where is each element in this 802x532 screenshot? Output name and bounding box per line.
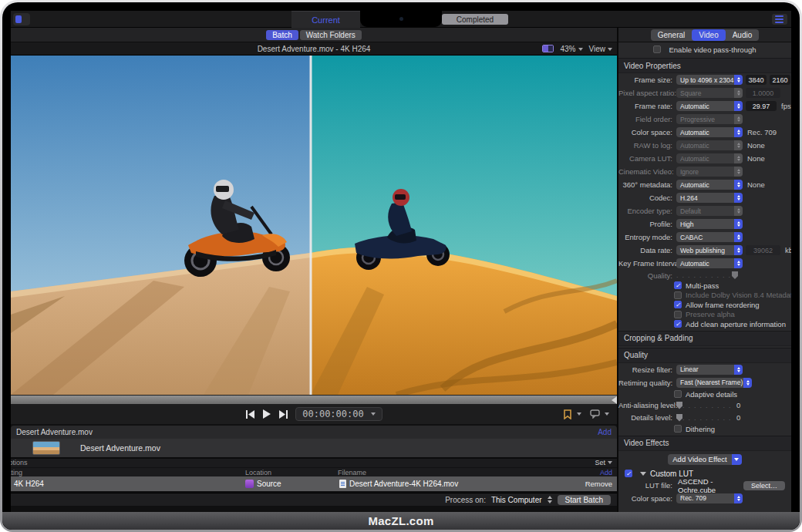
- section-cropping-padding[interactable]: Cropping & Padding: [618, 331, 791, 346]
- stepper-icon: [734, 101, 743, 111]
- section-quality[interactable]: Quality: [618, 348, 791, 363]
- details-level-slider-track[interactable]: .........: [682, 414, 730, 422]
- output-table-header: Setting Location Filename Add: [11, 467, 617, 476]
- preview-viewport[interactable]: [11, 56, 617, 395]
- tab-current[interactable]: Current: [291, 11, 360, 28]
- source-row[interactable]: Desert Adventure.mov: [11, 439, 617, 459]
- metadata-360-label: 360° metadata:: [618, 180, 672, 189]
- zoom-level-dropdown[interactable]: 43%: [560, 45, 582, 53]
- cinematic-label: Cinematic Video:: [618, 167, 672, 176]
- passthrough-checkbox[interactable]: [653, 45, 661, 53]
- metadata-360-select[interactable]: Automatic: [676, 180, 743, 190]
- set-language-button[interactable]: Set: [595, 459, 612, 466]
- multipass-label: Multi-pass: [686, 281, 719, 290]
- data-rate-field: 39062: [746, 245, 780, 255]
- window-toolbar: Current Completed: [11, 11, 791, 28]
- tab-general[interactable]: General: [651, 29, 692, 41]
- retiming-quality-label: Retiming quality:: [618, 379, 672, 387]
- entropy-mode-select[interactable]: CABAC: [676, 232, 743, 242]
- captions-menu[interactable]: [590, 409, 609, 419]
- color-space-select[interactable]: Automatic: [676, 127, 743, 137]
- play-button[interactable]: [262, 409, 271, 419]
- stepper-icon: [734, 114, 743, 124]
- add-output-link[interactable]: Add: [600, 469, 612, 476]
- frame-rate-label: Frame rate:: [618, 102, 672, 110]
- frame-size-label: Frame size:: [618, 76, 672, 84]
- disclosure-triangle-icon[interactable]: [640, 472, 646, 476]
- resize-filter-select[interactable]: Linear: [676, 365, 743, 375]
- location-folder-icon: [245, 480, 254, 488]
- data-rate-select[interactable]: Web publishing: [676, 245, 743, 255]
- anti-aliasing-slider-track[interactable]: .........: [682, 402, 730, 409]
- multipass-checkbox[interactable]: [674, 281, 682, 289]
- chevron-down-icon: [605, 412, 609, 416]
- view-dropdown[interactable]: View: [589, 45, 613, 53]
- entropy-mode-label: Entropy mode:: [618, 233, 672, 241]
- mode-tabstrip: Batch Watch Folders: [11, 28, 617, 42]
- go-to-end-button[interactable]: [278, 410, 288, 419]
- output-row-selected[interactable]: 4K H264 Source Desert Adventure-4K H264.…: [11, 476, 617, 491]
- keyframe-interval-select[interactable]: Automatic: [676, 258, 743, 268]
- passthrough-label: Enable video pass-through: [669, 45, 756, 54]
- pixel-aspect-label: Pixel aspect ratio:: [618, 89, 672, 97]
- codec-select[interactable]: H.264: [676, 193, 743, 203]
- speech-bubble-icon: [590, 409, 600, 419]
- lut-select-button[interactable]: Select…: [743, 481, 785, 490]
- stepper-icon: [734, 180, 743, 190]
- start-batch-button[interactable]: Start Batch: [558, 495, 611, 505]
- keyframe-interval-label: Key Frame Interval:: [618, 259, 672, 268]
- toolbar-stub-icon[interactable]: [13, 13, 30, 25]
- source-thumbnail: [32, 441, 60, 455]
- tab-completed[interactable]: Completed: [442, 14, 508, 25]
- add-video-effect-button[interactable]: Add Video Effect: [668, 454, 741, 465]
- frame-rate-unit: fps: [781, 102, 791, 110]
- clean-aperture-checkbox[interactable]: [674, 320, 682, 328]
- frame-rate-field[interactable]: 29.97: [746, 101, 777, 111]
- split-view-icon[interactable]: [542, 45, 554, 52]
- profile-select[interactable]: High: [676, 219, 743, 229]
- retiming-quality-select[interactable]: Fast (Nearest Frame): [676, 378, 752, 388]
- frame-height-field[interactable]: 2160: [770, 75, 790, 85]
- inspector-tabstrip: General Video Audio: [618, 28, 791, 42]
- details-level-slider-thumb[interactable]: [676, 414, 682, 422]
- lut-color-space-select[interactable]: Rec. 709: [676, 493, 743, 503]
- lut-color-space-label: Color space:: [618, 494, 672, 503]
- encoder-type-label: Encoder type:: [618, 207, 672, 215]
- stepper-icon: [734, 206, 743, 216]
- add-output-link[interactable]: Add: [598, 428, 612, 436]
- dithering-checkbox[interactable]: [674, 425, 682, 433]
- inspector-toggle-icon[interactable]: [772, 14, 787, 25]
- column-filename: Filename: [338, 469, 366, 476]
- display-notch: [360, 11, 442, 27]
- remove-output-button[interactable]: Remove: [585, 480, 612, 488]
- preserve-alpha-label: Preserve alpha: [686, 310, 735, 318]
- camera-lut-select: Automatic: [676, 153, 743, 163]
- custom-lut-checkbox[interactable]: [625, 470, 632, 477]
- frame-width-field[interactable]: 3840: [746, 75, 767, 85]
- color-space-label: Color space:: [618, 128, 672, 136]
- marker-menu[interactable]: [563, 409, 581, 419]
- color-space-note: Rec. 709: [747, 128, 777, 136]
- frame-rate-select[interactable]: Automatic: [676, 101, 743, 111]
- tab-batch[interactable]: Batch: [266, 30, 298, 40]
- stepper-icon: [743, 378, 752, 388]
- playhead-icon[interactable]: [612, 396, 617, 404]
- tab-video[interactable]: Video: [692, 29, 725, 41]
- chevron-down-icon: [578, 48, 583, 51]
- batch-area: Desert Adventure.mov Add Desert Adventur…: [11, 424, 617, 512]
- tab-audio[interactable]: Audio: [726, 29, 760, 41]
- frame-size-select[interactable]: Up to 4096 x 2304: [676, 75, 743, 85]
- frame-reordering-checkbox[interactable]: [674, 301, 682, 308]
- timeline-scrubber[interactable]: [11, 395, 617, 404]
- stepper-icon[interactable]: [548, 496, 552, 503]
- timecode-display[interactable]: 00:00:00:00: [295, 407, 382, 421]
- bookmark-icon: [563, 409, 572, 419]
- go-to-start-button[interactable]: [245, 410, 255, 419]
- section-video-effects: Video Effects: [618, 436, 791, 451]
- adaptive-details-checkbox[interactable]: [674, 390, 682, 398]
- brand-text: MacZL.com: [368, 514, 433, 527]
- camera-lut-label: Camera LUT:: [618, 154, 672, 163]
- process-on-value[interactable]: This Computer: [491, 496, 542, 504]
- tab-watch-folders[interactable]: Watch Folders: [300, 30, 362, 40]
- anti-aliasing-value: 0: [736, 401, 740, 409]
